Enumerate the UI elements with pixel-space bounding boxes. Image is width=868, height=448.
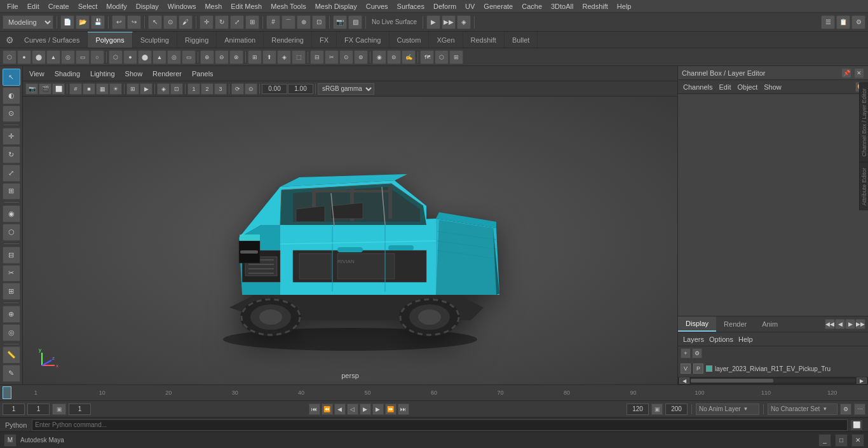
film-icon-btn[interactable]: 🎬 — [39, 83, 51, 95]
layer-options-btn[interactable]: ⚙ — [692, 348, 702, 358]
create-poly-disk-btn[interactable]: ○ — [90, 50, 104, 64]
python-expand-btn[interactable]: ⬜ — [850, 419, 863, 431]
prev-key-btn[interactable]: ◀ — [334, 404, 346, 415]
menu-surfaces[interactable]: Surfaces — [393, 0, 429, 12]
render-region-btn[interactable]: ▧ — [348, 15, 362, 29]
reset-cam-btn[interactable]: ⟳ — [231, 83, 244, 95]
tab-rigging[interactable]: Rigging — [177, 32, 217, 48]
render-seq-btn[interactable]: ▶▶ — [442, 15, 456, 29]
scale-input[interactable]: 1.00 — [288, 84, 313, 94]
vp-menu-view[interactable]: View — [27, 70, 47, 78]
vp-menu-panels[interactable]: Panels — [189, 70, 216, 78]
nurbs-torus-btn[interactable]: ◎ — [167, 50, 181, 64]
layer-fwd-btn[interactable]: ▶▶ — [855, 319, 865, 329]
target-weld-btn[interactable]: ⊙ — [339, 50, 353, 64]
menu-create[interactable]: Create — [44, 0, 74, 12]
timeline-ruler[interactable]: 1 10 20 30 40 50 60 70 80 90 100 110 120 — [0, 385, 868, 400]
step-back-btn[interactable]: ⏪ — [322, 404, 333, 415]
layers-options-menu[interactable]: Options — [707, 336, 736, 343]
append-poly-lt[interactable]: ⊕ — [3, 306, 20, 323]
merge-btn[interactable]: ⊚ — [354, 50, 368, 64]
menu-select[interactable]: Select — [74, 0, 102, 12]
tab-custom[interactable]: Custom — [390, 32, 430, 48]
scroll-left-btn[interactable]: ◀ — [679, 377, 689, 384]
redo-btn[interactable]: ↪ — [127, 15, 141, 29]
isolate-btn[interactable]: ⊡ — [170, 83, 183, 95]
snap-point-btn[interactable]: ⊕ — [297, 15, 311, 29]
tab-rendering[interactable]: Rendering — [264, 32, 312, 48]
lattice-lt[interactable]: ⬡ — [3, 224, 20, 241]
grid-btn[interactable]: ⊞ — [126, 83, 139, 95]
rotate-input[interactable]: 0.00 — [262, 84, 287, 94]
select-tool-lt[interactable]: ↖ — [3, 69, 20, 86]
paint-select-btn[interactable]: 🖌 — [179, 15, 193, 29]
separate-btn[interactable]: ⊖ — [215, 50, 229, 64]
tool-settings-btn[interactable]: ⚙ — [851, 15, 865, 29]
annotation-lt[interactable]: ✎ — [3, 365, 20, 382]
layer-prev-btn[interactable]: ◀ — [835, 319, 845, 329]
snap-grid-btn[interactable]: # — [266, 15, 280, 29]
cb-tab-display[interactable]: Display — [678, 316, 716, 332]
camera-btn[interactable]: 📷 — [333, 15, 347, 29]
layer-playback-btn[interactable]: P — [693, 363, 703, 374]
create-poly-sphere-btn[interactable]: ● — [17, 50, 31, 64]
create-poly-cube-btn[interactable]: ⬡ — [3, 50, 17, 64]
menu-cache[interactable]: Cache — [517, 0, 546, 12]
scale-tool-btn[interactable]: ⤢ — [230, 15, 244, 29]
lasso-lt[interactable]: ⊙ — [3, 105, 20, 123]
ipr-btn[interactable]: ◈ — [457, 15, 471, 29]
step-fwd-btn[interactable]: ⏩ — [385, 404, 397, 415]
close-btn[interactable]: ✕ — [851, 434, 864, 447]
channel-box-btn[interactable]: ☰ — [821, 15, 835, 29]
restore-btn[interactable]: □ — [835, 434, 848, 447]
nurbs-cone-btn[interactable]: ▲ — [153, 50, 166, 64]
snap-view-btn[interactable]: ⊡ — [312, 15, 326, 29]
create-poly-cylinder-btn[interactable]: ⬤ — [32, 50, 46, 64]
cb-menu-show[interactable]: Show — [761, 83, 784, 91]
tab-curves-surfaces[interactable]: Curves / Surfaces — [17, 32, 88, 48]
attribute-editor-tab[interactable]: Attribute Editor — [860, 162, 868, 211]
menu-redshift[interactable]: Redshift — [578, 0, 612, 12]
menu-help[interactable]: Help — [613, 0, 636, 12]
cb-menu-edit[interactable]: Edit — [716, 83, 733, 91]
nurbs-plane-btn[interactable]: ▭ — [182, 50, 196, 64]
select-tool-btn[interactable]: ↖ — [148, 15, 162, 29]
play-fwd-btn[interactable]: ▶ — [360, 404, 371, 415]
vp-menu-renderer[interactable]: Renderer — [150, 70, 184, 78]
vp-menu-show[interactable]: Show — [123, 70, 146, 78]
workspace-dropdown[interactable]: Modeling — [3, 15, 53, 29]
disp-1-btn[interactable]: 1 — [187, 83, 200, 95]
create-poly-cone-btn[interactable]: ▲ — [46, 50, 60, 64]
nurbs-cylinder-btn[interactable]: ⬤ — [138, 50, 152, 64]
create-poly-torus-btn[interactable]: ◎ — [61, 50, 75, 64]
undo-btn[interactable]: ↩ — [112, 15, 126, 29]
scroll-right-btn[interactable]: ▶ — [857, 377, 867, 384]
cb-menu-channels[interactable]: Channels — [681, 83, 715, 91]
bevel-btn[interactable]: ◈ — [277, 50, 291, 64]
inset-btn[interactable]: ⬚ — [292, 50, 306, 64]
cb-menu-object[interactable]: Object — [735, 83, 760, 91]
play-back-btn[interactable]: ◁ — [347, 404, 358, 415]
tab-fx-caching[interactable]: FX Caching — [337, 32, 389, 48]
maya-icon-btn[interactable]: M — [4, 434, 17, 447]
vp-menu-lighting[interactable]: Lighting — [88, 70, 118, 78]
create-poly-plane-btn[interactable]: ▭ — [76, 50, 90, 64]
menu-uv[interactable]: UV — [461, 0, 479, 12]
playback-speed-btn[interactable]: ▣ — [651, 404, 663, 415]
minimize-btn[interactable]: _ — [818, 434, 831, 447]
cb-close-btn[interactable]: ✕ — [854, 68, 864, 78]
viewport-canvas[interactable]: RIVIAN persp x y z — [23, 97, 677, 384]
universal-tool-btn[interactable]: ⊞ — [245, 15, 259, 29]
soft-mod-lt[interactable]: ◉ — [3, 205, 20, 222]
key-frame-input[interactable] — [69, 404, 91, 415]
tab-polygons[interactable]: Polygons — [88, 32, 132, 48]
move-lt[interactable]: ✛ — [3, 128, 20, 145]
menu-display[interactable]: Display — [132, 0, 163, 12]
layers-hscrollbar[interactable]: ◀ ▶ — [678, 377, 868, 384]
start-frame-input[interactable]: 1 — [3, 404, 25, 415]
layer-name[interactable]: layer_2023_Rivian_R1T_EV_Pickup_Tru — [715, 365, 865, 372]
current-frame-input[interactable]: 1 — [27, 404, 50, 415]
menu-edit-mesh[interactable]: Edit Mesh — [226, 0, 266, 12]
reduce-btn[interactable]: ⊜ — [387, 50, 401, 64]
nurbs-sphere-btn[interactable]: ● — [123, 50, 137, 64]
